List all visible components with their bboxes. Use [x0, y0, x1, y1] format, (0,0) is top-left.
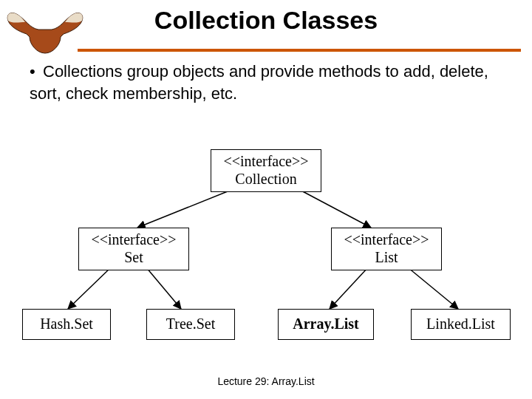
svg-line-1: [297, 188, 371, 228]
box-arraylist: Array.List: [278, 309, 374, 340]
slide-title: Collection Classes: [0, 6, 532, 35]
bullet-text: Collections group objects and provide me…: [30, 62, 488, 103]
slide-footer: Lecture 29: Array.List: [0, 375, 532, 387]
stereotype: <<interface>>: [213, 153, 319, 171]
box-hashset: Hash.Set: [22, 309, 111, 340]
class-name: Linked.List: [413, 316, 508, 333]
svg-line-5: [408, 267, 458, 309]
bullet-dot-icon: •: [30, 61, 43, 83]
slide: Collection Classes •Collections group ob…: [0, 0, 532, 399]
box-linkedlist: Linked.List: [411, 309, 511, 340]
class-name: Tree.Set: [149, 316, 233, 333]
class-name: Array.List: [280, 316, 372, 333]
box-treeset: Tree.Set: [146, 309, 235, 340]
svg-line-4: [330, 267, 368, 309]
stereotype: <<interface>>: [81, 231, 187, 249]
bullet-item: •Collections group objects and provide m…: [30, 61, 514, 104]
box-set: <<interface>> Set: [78, 228, 189, 270]
class-name: Hash.Set: [24, 316, 109, 333]
svg-line-2: [68, 267, 111, 309]
box-collection: <<interface>> Collection: [211, 149, 321, 192]
title-underline: [78, 49, 521, 52]
class-name: Collection: [213, 171, 319, 188]
svg-line-0: [137, 188, 235, 228]
svg-line-3: [146, 267, 181, 309]
stereotype: <<interface>>: [333, 231, 440, 249]
box-list: <<interface>> List: [331, 228, 442, 270]
class-name: List: [333, 249, 440, 267]
class-name: Set: [81, 249, 187, 267]
